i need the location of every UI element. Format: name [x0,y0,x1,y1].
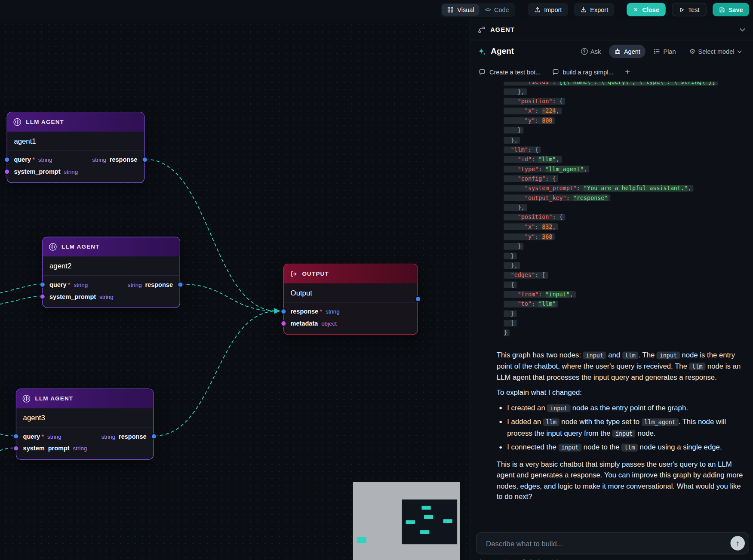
output-icon [289,270,298,278]
node-type-label: OUTPUT [302,271,329,277]
minimap-node [421,506,430,510]
node-header: OUTPUT [284,264,417,283]
app: Visual <> Code Import Export Cl [0,0,753,560]
grid-icon [447,6,454,13]
field-row: query*stringstringresponse [7,154,144,166]
required-marker: * [68,281,71,288]
brain-icon [13,118,22,126]
agent-mode-label: Agent [624,48,640,55]
send-button[interactable]: ↑ [731,536,745,551]
field-row: system_promptstring [7,166,144,178]
required-marker: * [41,433,44,440]
test-button[interactable]: Test [672,3,706,16]
visual-label: Visual [457,6,474,13]
plan-label: Plan [663,48,676,55]
panel-footer: Agent mode Default model [479,558,558,560]
field-row: query*stringstringresponse [43,279,179,291]
node-agent3[interactable]: LLM AGENTagent3query*stringstringrespons… [16,388,154,459]
agent-mode-row: Agent ? Ask Agent Plan [470,40,753,62]
close-label: Close [642,6,659,13]
download-icon [580,6,587,13]
edge [0,448,15,452]
chevron-down-icon[interactable] [740,28,745,31]
field-type: string [73,445,87,452]
workflow-icon [478,26,486,34]
bullet-item: I created an input node as the entry poi… [507,402,746,413]
left-port[interactable] [14,434,18,439]
code-view-button[interactable]: <> Code [479,3,514,15]
minimap-node [357,537,366,542]
msg-bullets: I created an input node as the entry poi… [497,402,747,453]
field-type: string [64,168,78,175]
chat-tab-1[interactable]: Create a test bot... [479,68,541,76]
select-model-label: Select model [698,48,735,55]
export-label: Export [590,6,608,13]
node-header: LLM AGENT [7,112,144,132]
left-port[interactable] [281,321,286,326]
import-label: Import [544,6,562,13]
chat-tab-2-label: build a rag simpl... [563,68,614,76]
new-chat-button[interactable]: + [625,67,630,77]
arrow-up-icon: ↑ [736,539,740,548]
minimap-node [424,515,433,519]
right-port[interactable] [178,283,182,287]
flow-canvas[interactable]: LLM AGENTagent1query*stringstringrespons… [0,19,470,560]
plan-mode-button[interactable]: Plan [649,45,681,58]
left-port[interactable] [40,295,44,299]
chat-tab-2[interactable]: build a rag simpl... [552,68,613,76]
save-button[interactable]: Save [713,3,749,16]
test-label: Test [688,6,700,13]
field-type: string [326,308,340,315]
minimap[interactable] [353,482,460,560]
right-port[interactable] [151,434,156,439]
left-port[interactable] [5,157,9,162]
field-type: object [321,320,337,327]
gear-icon: ⚙ [689,48,695,55]
visual-view-button[interactable]: Visual [442,3,479,15]
node-type-label: LLM AGENT [35,395,74,402]
chat-input[interactable] [485,538,731,548]
field-name: system_prompt [49,293,96,300]
left-port[interactable] [14,446,18,450]
field-type: string [128,281,142,288]
ask-mode-button[interactable]: ? Ask [575,45,606,58]
top-toolbar: Visual <> Code Import Export Cl [0,0,753,19]
node-header: LLM AGENT [16,389,153,409]
chat-scroll-area[interactable]: "fields": [{\"name\": \"query\", \"type\… [470,82,753,532]
play-icon [679,6,685,13]
agent-mode-button[interactable]: Agent [609,45,645,58]
right-port[interactable] [416,297,420,301]
ask-label: Ask [590,48,601,55]
right-port[interactable] [142,157,147,162]
node-output[interactable]: OUTPUTOutputresponse*stringmetadataobjec… [283,264,418,335]
model-selector[interactable]: Default model [522,558,558,560]
left-port[interactable] [281,309,286,314]
node-agent2[interactable]: LLM AGENTagent2query*stringstringrespons… [42,237,180,308]
minimap-node [443,519,452,523]
node-type-label: LLM AGENT [26,119,64,126]
agent-mode-selector[interactable]: Agent mode [479,558,510,560]
export-button[interactable]: Export [574,3,614,16]
node-agent1[interactable]: LLM AGENTagent1query*stringstringrespons… [7,112,144,183]
bullet-item: I connected the input node to the llm no… [507,442,746,453]
select-model-button[interactable]: ⚙ Select model [684,45,747,58]
code-label: Code [494,6,509,13]
field-row: response*string [284,305,417,317]
msg-para3: This is a very basic chatbot that simply… [497,459,747,502]
field-name: response [291,308,319,315]
field-type: string [92,156,106,163]
left-port[interactable] [40,283,44,287]
edge [0,284,42,295]
brain-icon [22,394,31,403]
close-button[interactable]: Close [627,3,666,16]
left-port[interactable] [5,169,9,174]
field-name: response [145,281,173,288]
chat-bubble-icon [479,69,486,76]
field-type: string [74,281,88,288]
arrowhead-icon [274,308,281,314]
brain-icon [49,243,57,251]
chat-tabs: Create a test bot... build a rag simpl..… [470,62,753,82]
import-button[interactable]: Import [528,3,568,16]
upload-icon [534,6,541,13]
node-header: LLM AGENT [43,237,179,257]
